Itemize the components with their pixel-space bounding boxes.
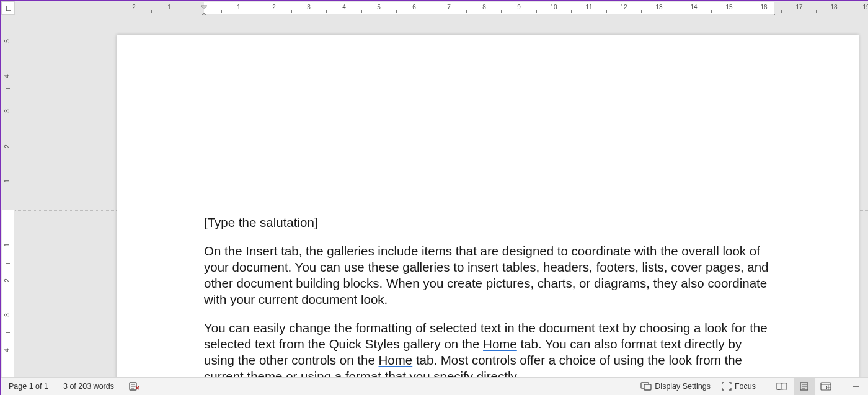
- horizontal-ruler[interactable]: 2 1 1 2 3 4 5 6 7 8 9 10 11 12 13 14 15 …: [1, 1, 868, 16]
- read-mode-button[interactable]: [770, 378, 794, 395]
- hruler-num: 8: [482, 4, 486, 11]
- hruler-num: 17: [795, 4, 802, 11]
- minus-icon: [852, 383, 859, 390]
- vruler-tick: [6, 88, 10, 89]
- hruler-dot: ·: [474, 7, 476, 14]
- hruler-num: 7: [447, 4, 451, 11]
- hruler-dot: ·: [684, 7, 686, 14]
- hruler-tick: [536, 10, 537, 13]
- hruler-num: 1: [237, 4, 241, 11]
- hruler-tick: [571, 10, 572, 13]
- vruler-tick: [6, 368, 10, 368]
- hruler-dot: ·: [439, 7, 441, 14]
- hruler-num: 13: [655, 4, 662, 11]
- zoom-out-button[interactable]: [843, 378, 868, 395]
- focus-icon: [722, 382, 732, 391]
- vruler-num: 3: [4, 109, 11, 113]
- vruler-num: 5: [4, 39, 11, 43]
- home-tab-link-1[interactable]: Home: [483, 337, 517, 351]
- hruler-tick: [361, 10, 362, 13]
- proofing-status[interactable]: [122, 378, 148, 395]
- vruler-num: 3: [4, 313, 11, 317]
- hruler-dot: ·: [370, 7, 371, 14]
- hruler-num: 11: [585, 4, 592, 11]
- vruler-num: 4: [4, 348, 11, 352]
- hruler-dot: ·: [824, 7, 826, 14]
- hruler-num: 12: [620, 4, 627, 11]
- hruler-tick: [221, 10, 222, 13]
- hruler-dot: ·: [195, 7, 197, 14]
- hruler-num: 15: [725, 4, 732, 11]
- hruler-dot: ·: [457, 7, 459, 14]
- hruler-num: 4: [342, 4, 346, 11]
- hruler-tick: [187, 10, 187, 13]
- svg-rect-3: [644, 384, 651, 390]
- hruler-dot: ·: [334, 7, 336, 14]
- hruler-tick: [816, 10, 817, 13]
- hruler-num: 10: [550, 4, 557, 11]
- body-paragraph-1[interactable]: On the Insert tab, the galleries include…: [204, 243, 773, 308]
- vruler-num: 2: [4, 278, 11, 282]
- hruler-dot: ·: [544, 7, 546, 14]
- tab-l-icon: [5, 5, 11, 11]
- hruler-tick: [501, 10, 502, 13]
- hruler-tick: [641, 10, 642, 13]
- hruler-dot: ·: [737, 7, 738, 14]
- hruler-num: 14: [690, 4, 697, 11]
- hruler-tick: [432, 10, 432, 13]
- word-count-label: 3 of 203 words: [63, 382, 114, 391]
- hruler-tick: [711, 10, 712, 13]
- hruler-dot: ·: [807, 7, 808, 14]
- hruler-dot: ·: [579, 7, 581, 14]
- focus-mode-button[interactable]: Focus: [716, 378, 761, 395]
- page[interactable]: [Type the salutation] On the Insert tab,…: [117, 35, 859, 377]
- hruler-dot: ·: [387, 7, 389, 14]
- app-root: 2 1 1 2 3 4 5 6 7 8 9 10 11 12 13 14 15 …: [1, 1, 868, 395]
- hruler-dot: ·: [701, 7, 703, 14]
- hruler-num: 19: [862, 4, 868, 11]
- hruler-num: 2: [272, 4, 276, 11]
- hruler-num: 9: [517, 4, 521, 11]
- hruler-dot: ·: [317, 7, 319, 14]
- web-layout-button[interactable]: [815, 378, 837, 395]
- hruler-tick: [257, 10, 257, 13]
- tab-stop-selector[interactable]: [1, 1, 15, 15]
- hruler-dot: ·: [159, 7, 161, 14]
- hruler-dot: ·: [666, 7, 668, 14]
- proofing-icon: [129, 381, 140, 391]
- focus-label: Focus: [735, 382, 756, 391]
- vruler-num: 1: [4, 243, 11, 247]
- hruler-dot: ·: [859, 7, 861, 14]
- hruler-dot: ·: [632, 7, 634, 14]
- page-content[interactable]: [Type the salutation] On the Insert tab,…: [204, 215, 773, 377]
- hruler-tick: [781, 10, 782, 13]
- vruler-num: 2: [4, 144, 11, 148]
- vertical-ruler[interactable]: 5 4 3 2 1 1 2 3 4: [1, 15, 16, 377]
- hruler-dot: ·: [841, 7, 843, 14]
- print-layout-button[interactable]: [794, 378, 815, 395]
- hruler-dot: ·: [509, 7, 511, 14]
- hruler-dot: ·: [247, 7, 249, 14]
- hruler-dot: ·: [562, 7, 564, 14]
- page-number-status[interactable]: Page 1 of 1: [1, 378, 56, 395]
- word-count-status[interactable]: 3 of 203 words: [56, 378, 122, 395]
- home-tab-link-2[interactable]: Home: [379, 353, 413, 367]
- status-bar: Page 1 of 1 3 of 203 words: [1, 377, 868, 395]
- hruler-num: 16: [760, 4, 767, 11]
- hruler-dot: ·: [526, 7, 528, 14]
- salutation-placeholder[interactable]: [Type the salutation]: [204, 215, 773, 231]
- hruler-num: 2: [132, 4, 136, 11]
- display-settings-label: Display Settings: [655, 382, 711, 391]
- hruler-num: 1: [167, 4, 171, 11]
- hruler-tick: [851, 10, 851, 13]
- hruler-dot: ·: [719, 7, 721, 14]
- hruler-tick: [291, 10, 292, 13]
- document-canvas[interactable]: [Type the salutation] On the Insert tab,…: [15, 15, 868, 377]
- display-settings-button[interactable]: Display Settings: [635, 378, 716, 395]
- hruler-tick: [151, 10, 152, 13]
- body-paragraph-2[interactable]: You can easily change the formatting of …: [204, 320, 773, 377]
- hruler-page-area: [117, 2, 859, 14]
- vruler-num: 4: [4, 74, 11, 78]
- hruler-tick: [746, 10, 746, 13]
- vruler-tick: [6, 228, 10, 228]
